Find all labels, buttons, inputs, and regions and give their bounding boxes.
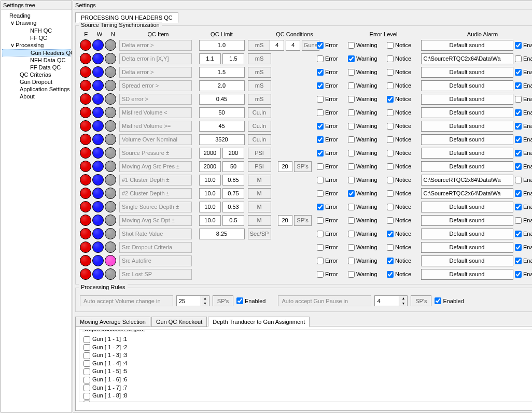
notice-dot-icon[interactable] [105,228,116,239]
bottom-tab-depth-tranducer-to-gun-assignment[interactable]: Depth Tranducer to Gun Assignment [208,317,310,327]
notice-checkbox[interactable]: Notice [387,244,419,251]
warning-checkbox[interactable]: Warning [348,190,387,197]
error-dot-icon[interactable] [80,268,91,280]
audio-alarm-button[interactable]: Default sound [421,255,513,266]
audio-alarm-button[interactable]: C:\SourceRTQC2x64\Data\Wa [421,175,513,186]
warning-dot-icon[interactable] [92,268,104,280]
audio-alarm-button[interactable]: C:\SourceRTQC2x64\Data\Wa [421,188,513,199]
tree-item-qc-criterias[interactable]: QC Criterias [2,71,71,78]
warning-checkbox[interactable]: Warning [348,244,387,251]
notice-checkbox[interactable]: Notice [387,42,419,49]
tree-item-processing[interactable]: ∨Processing [2,41,71,49]
warning-checkbox[interactable]: Warning [348,177,387,183]
tree-item-drawing[interactable]: ∨Drawing [2,19,71,27]
limit-value[interactable] [199,229,245,239]
gun-checkbox[interactable] [83,344,90,351]
audio-alarm-button[interactable]: Default sound [421,134,513,145]
limit-value-1[interactable] [199,215,221,226]
gun-list-item[interactable]: Gun [ 1 - 2] :2 [82,344,532,352]
error-dot-icon[interactable] [80,255,91,266]
notice-checkbox[interactable]: Notice [387,217,419,224]
volume-value[interactable] [176,295,201,306]
pause-enabled-checkbox[interactable]: Enabled [435,297,464,304]
tree-item-ff-data-qc[interactable]: FF Data QC [2,64,71,71]
notice-dot-icon[interactable] [105,107,116,118]
tree-item-gun-dropout[interactable]: Gun Dropout [2,78,71,86]
warning-dot-icon[interactable] [92,228,104,239]
pause-value[interactable] [374,295,399,306]
limit-value-2[interactable] [222,53,244,64]
gun-checkbox[interactable] [83,393,90,400]
audio-alarm-button[interactable]: Default sound [421,202,513,212]
error-dot-icon[interactable] [80,39,91,51]
notice-dot-icon[interactable] [105,134,116,145]
tree-twisty-icon[interactable]: ∨ [9,20,16,26]
limit-value-1[interactable] [199,148,221,159]
warning-dot-icon[interactable] [92,255,104,266]
enable-sound-checkbox[interactable]: Enable Sound [515,177,532,183]
notice-checkbox[interactable]: Notice [387,177,419,183]
bottom-tab-gun-qc-knockout[interactable]: Gun QC Knockout [151,317,207,327]
notice-dot-icon[interactable] [105,80,116,91]
warning-dot-icon[interactable] [92,188,104,199]
error-checkbox[interactable]: Error [317,42,348,49]
enable-sound-checkbox[interactable]: Enable Sound [515,136,532,143]
warning-dot-icon[interactable] [92,147,104,159]
error-checkbox[interactable]: Error [317,82,348,89]
notice-checkbox[interactable]: Notice [387,109,419,116]
notice-checkbox[interactable]: Notice [387,231,419,237]
error-dot-icon[interactable] [80,134,91,145]
audio-alarm-button[interactable]: Default sound [421,94,513,105]
notice-checkbox[interactable]: Notice [387,96,419,103]
tree-item-nfh-data-qc[interactable]: NFH Data QC [2,56,71,64]
gun-list-item[interactable]: Gun [ 1 - 3] :3 [82,351,532,360]
error-dot-icon[interactable] [80,228,91,239]
limit-value[interactable] [199,134,245,145]
error-checkbox[interactable]: Error [317,163,348,170]
cond-value-1[interactable] [278,161,292,172]
error-checkbox[interactable]: Error [317,190,348,197]
error-dot-icon[interactable] [80,66,91,78]
gun-list-item[interactable]: Gun [ 1 - 9] :9 [82,400,532,402]
audio-alarm-button[interactable]: Default sound [421,148,513,159]
cond-value-1[interactable] [278,215,292,226]
audio-alarm-button[interactable]: Default sound [421,229,513,239]
enable-sound-checkbox[interactable]: Enable Sound [515,190,532,197]
error-dot-icon[interactable] [80,147,91,159]
audio-alarm-button[interactable]: Default sound [421,269,513,280]
warning-checkbox[interactable]: Warning [348,271,387,278]
notice-dot-icon[interactable] [105,174,116,186]
limit-value-2[interactable] [222,215,244,226]
limit-value[interactable] [199,121,245,132]
notice-dot-icon[interactable] [105,93,116,105]
warning-checkbox[interactable]: Warning [348,96,387,103]
warning-checkbox[interactable]: Warning [348,123,387,130]
error-checkbox[interactable]: Error [317,96,348,103]
warning-dot-icon[interactable] [92,53,104,64]
volume-enabled-checkbox[interactable]: Enabled [236,297,265,304]
warning-checkbox[interactable]: Warning [348,231,387,237]
notice-dot-icon[interactable] [105,147,116,159]
enable-sound-checkbox[interactable]: Enable Sound [515,109,532,116]
gun-list-item[interactable]: Gun [ 1 - 5] :5 [82,367,532,376]
warning-dot-icon[interactable] [92,174,104,186]
error-checkbox[interactable]: Error [317,55,348,62]
error-checkbox[interactable]: Error [317,136,348,143]
notice-checkbox[interactable]: Notice [387,271,419,278]
warning-dot-icon[interactable] [92,134,104,145]
limit-value[interactable] [199,40,245,51]
warning-checkbox[interactable]: Warning [348,217,387,224]
bottom-tab-moving-average-selection[interactable]: Moving Average Selection [75,317,150,327]
notice-checkbox[interactable]: Notice [387,82,419,89]
tree-item-application-settings[interactable]: Application Settings [2,86,71,93]
notice-dot-icon[interactable] [105,241,116,253]
notice-dot-icon[interactable] [105,268,116,280]
error-dot-icon[interactable] [80,53,91,64]
notice-checkbox[interactable]: Notice [387,150,419,156]
enable-sound-checkbox[interactable]: Enable Sound [515,69,532,76]
warning-checkbox[interactable]: Warning [348,150,387,156]
spin-up-icon[interactable]: ▲ [399,296,407,301]
cond-value-1[interactable] [270,40,284,51]
warning-dot-icon[interactable] [92,93,104,105]
warning-dot-icon[interactable] [92,107,104,118]
